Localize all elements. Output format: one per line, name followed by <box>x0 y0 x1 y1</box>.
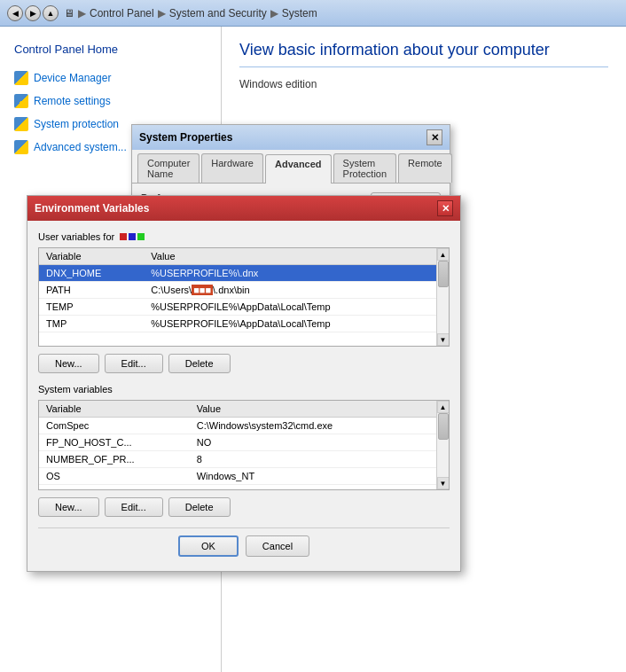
sys-vars-edit-button[interactable]: Edit... <box>105 497 163 517</box>
table-row[interactable]: ComSpec C:\Windows\system32\cmd.exe <box>39 418 436 434</box>
color-block-red <box>120 233 127 240</box>
tab-computer-name[interactable]: Computer Name <box>137 153 200 183</box>
user-var-name: DNX_HOME <box>39 265 144 282</box>
sys-var-col-variable: Variable <box>39 401 190 418</box>
up-button[interactable]: ▲ <box>43 5 59 21</box>
sidebar-link-label: Device Manager <box>34 72 111 84</box>
env-vars-title-bar: Environment Variables ✕ <box>27 196 460 221</box>
user-vars-edit-button[interactable]: Edit... <box>105 354 163 373</box>
sys-var-value: Windows_NT <box>190 468 436 485</box>
sys-var-name: Path <box>39 485 190 490</box>
user-var-col-value: Value <box>144 248 436 265</box>
sys-props-title-bar: System Properties ✕ <box>132 125 450 150</box>
scrollbar-thumb[interactable] <box>438 413 449 440</box>
sys-vars-scroll[interactable]: Variable Value ComSpec C:\Windows\system… <box>39 401 449 489</box>
forward-button[interactable]: ▶ <box>25 5 41 21</box>
user-vars-delete-button[interactable]: Delete <box>168 354 231 373</box>
table-row[interactable]: FP_NO_HOST_C... NO <box>39 434 436 451</box>
user-var-name: PATH <box>39 282 144 299</box>
sys-vars-new-button[interactable]: New... <box>38 497 99 517</box>
sys-var-name: OS <box>39 468 190 485</box>
sys-var-value: NO <box>190 434 436 451</box>
user-vars-scrollbar[interactable]: ▲ ▼ <box>436 248 449 346</box>
table-row[interactable]: PATH C:\Users\■■■\.dnx\bin <box>39 282 436 299</box>
user-vars-scroll[interactable]: Variable Value DNX_HOME %USERPROFILE%\.d… <box>39 248 449 346</box>
scrollbar-up-arrow[interactable]: ▲ <box>437 401 450 413</box>
environment-variables-dialog: Environment Variables ✕ User variables f… <box>27 195 461 572</box>
sys-vars-scrollbar[interactable]: ▲ ▼ <box>436 401 449 489</box>
breadcrumb-icon: 🖥 <box>64 7 74 20</box>
env-vars-ok-button[interactable]: OK <box>178 535 239 557</box>
sidebar-title: Control Panel Home <box>0 35 221 66</box>
tab-advanced[interactable]: Advanced <box>265 154 332 184</box>
table-row[interactable]: TMP %USERPROFILE%\AppData\Local\Temp <box>39 316 436 332</box>
env-vars-content: User variables for Variable Value <box>27 221 460 571</box>
breadcrumb-item-3[interactable]: System <box>282 7 317 20</box>
user-var-name: TEMP <box>39 299 144 316</box>
table-row[interactable]: OS Windows_NT <box>39 468 436 485</box>
shield-icon <box>14 140 28 154</box>
sys-var-name: FP_NO_HOST_C... <box>39 434 190 451</box>
sys-vars-label: System variables <box>38 384 113 395</box>
sys-vars-buttons: New... Edit... Delete <box>38 497 450 517</box>
user-var-value: %USERPROFILE%\AppData\Local\Temp <box>144 299 436 316</box>
user-var-value: %USERPROFILE%\.dnx <box>144 265 436 282</box>
window-controls[interactable]: ◀ ▶ ▲ <box>7 5 59 21</box>
sys-props-close-button[interactable]: ✕ <box>426 129 442 145</box>
env-vars-close-button[interactable]: ✕ <box>437 200 453 216</box>
color-block-green <box>137 233 145 240</box>
table-row[interactable]: NUMBER_OF_PR... 8 <box>39 451 436 468</box>
shield-icon <box>14 71 28 85</box>
scrollbar-thumb[interactable] <box>438 261 449 287</box>
shield-icon <box>14 117 28 131</box>
sys-var-value: C:\Program Files (x86)\...\GLC Cli... <box>190 485 436 490</box>
user-vars-buttons: New... Edit... Delete <box>38 354 450 373</box>
back-button[interactable]: ◀ <box>7 5 23 21</box>
sidebar-link-label: Remote settings <box>34 95 111 107</box>
env-vars-footer: OK Cancel <box>38 527 450 560</box>
table-row[interactable]: Path C:\Program Files (x86)\...\GLC Cli.… <box>39 485 436 490</box>
sidebar-item-remote-settings[interactable]: Remote settings <box>0 90 221 113</box>
user-var-value: %USERPROFILE%\AppData\Local\Temp <box>144 316 436 332</box>
user-vars-label: User variables for <box>38 231 114 242</box>
sys-vars-section-title: System variables <box>38 384 450 395</box>
sidebar-link-label: System protection <box>34 118 119 130</box>
sys-var-name: NUMBER_OF_PR... <box>39 451 190 468</box>
user-color-icon <box>120 233 145 240</box>
user-var-col-variable: Variable <box>39 248 144 265</box>
user-vars-table-container: Variable Value DNX_HOME %USERPROFILE%\.d… <box>38 247 450 347</box>
page-heading: View basic information about your comput… <box>239 41 608 67</box>
breadcrumb: 🖥 ▶ Control Panel ▶ System and Security … <box>64 7 317 20</box>
user-vars-section-title: User variables for <box>38 231 450 242</box>
user-var-value: C:\Users\■■■\.dnx\bin <box>144 282 436 299</box>
shield-icon <box>14 94 28 108</box>
scrollbar-down-arrow[interactable]: ▼ <box>437 477 450 489</box>
env-vars-title: Environment Variables <box>35 202 149 215</box>
sys-props-title: System Properties <box>139 131 232 144</box>
sys-var-col-value: Value <box>190 401 436 418</box>
sidebar-item-device-manager[interactable]: Device Manager <box>0 66 221 90</box>
user-vars-new-button[interactable]: New... <box>38 354 99 373</box>
color-block-blue <box>129 233 136 240</box>
sys-var-name: ComSpec <box>39 418 190 434</box>
tabs-bar: Computer Name Hardware Advanced System P… <box>132 150 450 183</box>
scrollbar-up-arrow[interactable]: ▲ <box>437 248 450 261</box>
windows-edition-label: Windows edition <box>239 78 608 90</box>
table-row[interactable]: TEMP %USERPROFILE%\AppData\Local\Temp <box>39 299 436 316</box>
sys-vars-table: Variable Value ComSpec C:\Windows\system… <box>39 401 436 489</box>
table-row[interactable]: DNX_HOME %USERPROFILE%\.dnx <box>39 265 436 282</box>
sys-vars-table-container: Variable Value ComSpec C:\Windows\system… <box>38 400 450 490</box>
tab-hardware[interactable]: Hardware <box>201 153 263 183</box>
user-vars-table: Variable Value DNX_HOME %USERPROFILE%\.d… <box>39 248 436 332</box>
tab-system-protection[interactable]: System Protection <box>333 153 397 183</box>
breadcrumb-item-2[interactable]: System and Security <box>169 7 267 20</box>
title-bar: ◀ ▶ ▲ 🖥 ▶ Control Panel ▶ System and Sec… <box>0 0 626 27</box>
env-vars-cancel-button[interactable]: Cancel <box>246 535 309 557</box>
sys-var-value: 8 <box>190 451 436 468</box>
breadcrumb-item-1[interactable]: Control Panel <box>90 7 154 20</box>
sys-var-value: C:\Windows\system32\cmd.exe <box>190 418 436 434</box>
sidebar-link-label: Advanced system... <box>34 141 127 153</box>
scrollbar-down-arrow[interactable]: ▼ <box>437 333 450 346</box>
tab-remote[interactable]: Remote <box>398 153 452 183</box>
sys-vars-delete-button[interactable]: Delete <box>168 497 231 517</box>
